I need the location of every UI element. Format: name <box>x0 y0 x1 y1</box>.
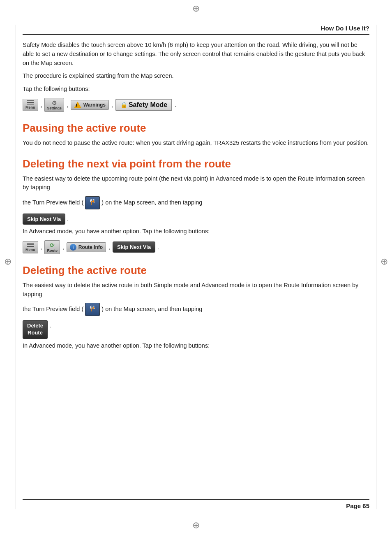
delete-route-block: DeleteRoute . <box>23 320 369 339</box>
turn-preview-icon-2: 61 ↱ <box>85 303 100 316</box>
deleting-via-text5: In Advanced mode, you have another optio… <box>23 227 369 236</box>
route-icon: ⟳ <box>50 242 55 248</box>
safety-mode-button[interactable]: 🔒 Safety Mode <box>115 99 172 111</box>
sep-3: , <box>111 102 113 108</box>
warnings-button-label: Warnings <box>83 102 106 108</box>
deleting-route-text2-span: the Turn Preview field ( <box>23 306 83 312</box>
sep-5: , <box>62 244 64 251</box>
footer-page: Page 65 <box>346 502 369 509</box>
deleting-route-text5: In Advanced mode, you have another optio… <box>23 341 369 351</box>
page-content: How Do I Use It? Safety Mode disables th… <box>23 25 369 351</box>
menu-line-2-3 <box>27 246 34 247</box>
deleting-via-text3-span: ) on the Map screen, and then tapping <box>101 199 202 206</box>
period-3: . <box>158 244 159 251</box>
menu-line-3 <box>27 104 34 104</box>
skip-next-via-label-1: Skip Next Via <box>27 216 61 222</box>
menu-line-2 <box>27 102 34 103</box>
route-info-button[interactable]: i Route Info <box>67 242 106 252</box>
safety-mode-button-label: Safety Mode <box>129 101 167 109</box>
sep-1: , <box>41 102 42 108</box>
safety-mode-text1: Safety Mode disables the touch screen ab… <box>23 41 369 67</box>
left-border <box>16 25 16 509</box>
skip-next-via-button-1[interactable]: Skip Next Via <box>23 214 65 225</box>
skip-next-via-label-2: Skip Next Via <box>117 244 151 250</box>
reg-mark-top: ⊕ <box>192 3 200 14</box>
menu-line-2-2 <box>27 244 34 245</box>
safety-mode-text3: Tap the following buttons: <box>23 85 369 94</box>
sep-4: , <box>41 244 42 251</box>
deleting-via-btn-row: Menu , ⟳ Route , i Route Info , Skip Nex… <box>23 240 369 254</box>
route-button[interactable]: ⟳ Route <box>44 240 60 254</box>
deleting-via-text1: The easiest way to delete the upcoming r… <box>23 174 369 193</box>
route-info-label: Route Info <box>78 244 103 250</box>
deleting-route-text1: The easiest way to delete the active rou… <box>23 281 369 299</box>
delete-route-button[interactable]: DeleteRoute <box>23 320 48 339</box>
settings-button[interactable]: ⚙ Settings <box>44 98 64 112</box>
menu-lines-2 <box>27 243 34 247</box>
turn-preview-icon-1: 61 ↱ <box>85 196 100 209</box>
warning-triangle-icon <box>74 102 81 108</box>
info-circle-icon: i <box>70 244 76 251</box>
deleting-via-text1-span: The easiest way to delete the upcoming r… <box>23 175 365 191</box>
reg-mark-bottom: ⊕ <box>192 520 200 531</box>
menu-line-2-1 <box>27 243 34 244</box>
deleting-route-text3-span: ) on the Map screen, and then tapping <box>101 306 202 312</box>
sep-6: , <box>108 244 110 251</box>
page-header: How Do I Use It? <box>23 25 369 35</box>
safety-mode-text2: The procedure is explained starting from… <box>23 72 369 81</box>
deleting-route-heading: Deleting the active route <box>23 264 369 277</box>
safety-icon: 🔒 <box>120 102 127 108</box>
right-border <box>376 25 376 509</box>
deleting-via-text2-span: the Turn Preview field ( <box>23 199 83 206</box>
pausing-heading: Pausing the active route <box>23 122 369 135</box>
menu-button-2[interactable]: Menu <box>23 241 38 253</box>
skip-next-via-block: Skip Next Via . <box>23 214 369 225</box>
deleting-via-heading: Deleting the next via point from the rou… <box>23 158 369 170</box>
warnings-button[interactable]: Warnings <box>71 100 109 110</box>
period-2: . <box>67 216 69 222</box>
menu-lines <box>27 100 34 104</box>
gear-icon: ⚙ <box>52 100 57 106</box>
menu-button-label: Menu <box>25 105 35 109</box>
menu-button-label-2: Menu <box>25 248 35 252</box>
period-1: . <box>175 102 176 108</box>
period-4: . <box>49 322 51 329</box>
menu-line-1 <box>27 100 34 101</box>
skip-next-via-button-2[interactable]: Skip Next Via <box>113 241 155 253</box>
turn-arrow: ↱ <box>90 198 95 208</box>
turn-arrow-2: ↱ <box>90 304 95 314</box>
safety-mode-btn-row: Menu , ⚙ Settings , Warnings , 🔒 Safety … <box>23 98 369 112</box>
pausing-text: You do not need to pause the active rout… <box>23 139 369 148</box>
menu-button[interactable]: Menu <box>23 99 38 111</box>
reg-mark-left: ⊕ <box>4 256 12 267</box>
page-footer: Page 65 <box>23 499 369 509</box>
route-button-label: Route <box>47 248 58 253</box>
reg-mark-right: ⊕ <box>380 256 388 267</box>
header-title: How Do I Use It? <box>321 25 369 32</box>
sep-2: , <box>67 102 68 108</box>
deleting-via-inline: the Turn Preview field ( 61 ↱ ) on the M… <box>23 196 369 209</box>
deleting-route-text1-span: The easiest way to delete the active rou… <box>23 282 358 297</box>
deleting-route-inline: the Turn Preview field ( 61 ↱ ) on the M… <box>23 303 369 316</box>
settings-button-label: Settings <box>47 106 62 110</box>
delete-route-label: DeleteRoute <box>27 323 43 337</box>
